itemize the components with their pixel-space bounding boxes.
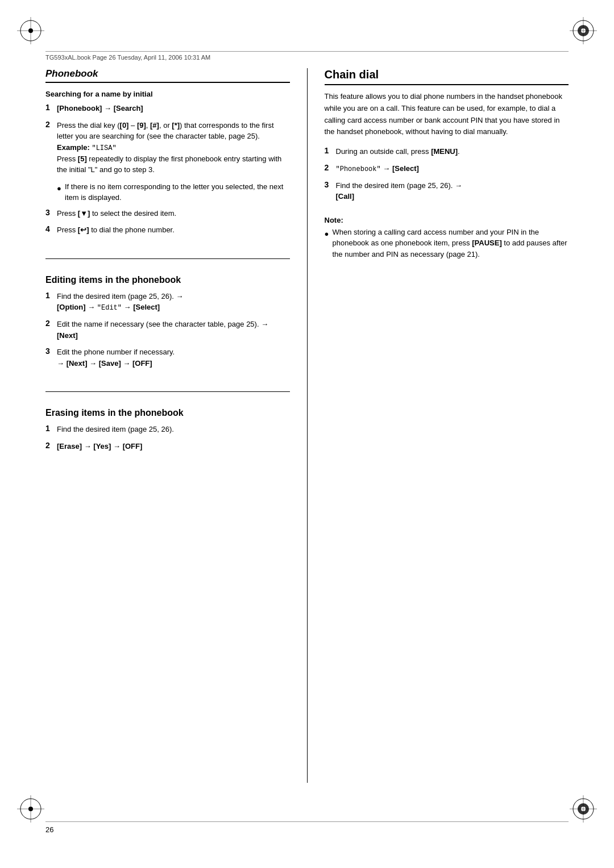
corner-mark-bl — [17, 795, 44, 823]
note-bullet-text: When storing a calling card access numbe… — [333, 227, 569, 260]
edit-step-3-content: Edit the phone number if necessary. → [N… — [57, 347, 290, 369]
step-2-content: Press the dial key ([0] – [9], [#], or [… — [57, 120, 290, 176]
step-num-1: 1 — [45, 103, 55, 112]
chain-intro: This feature allows you to dial phone nu… — [325, 91, 569, 138]
edit-step-3: 3 Edit the phone number if necessary. → … — [45, 347, 290, 369]
divider-1 — [45, 258, 290, 259]
search-step-4: 4 Press [↩] to dial the phone number. — [45, 224, 290, 236]
erase-step-1: 1 Find the desired item (page 25, 26). — [45, 424, 290, 435]
divider-2 — [45, 391, 290, 392]
step-1-content: [Phonebook] → [Search] — [57, 103, 290, 114]
note-label: Note: — [325, 216, 569, 224]
edit-step-1-content: Find the desired item (page 25, 26). → [… — [57, 291, 290, 314]
page: TG593xAL.book Page 26 Tuesday, April 11,… — [0, 0, 614, 868]
bullet-text: If there is no item corresponding to the… — [65, 181, 290, 203]
search-section: Searching for a name by initial 1 [Phone… — [45, 90, 290, 241]
search-step-3: 3 Press [▼] to select the desired item. — [45, 208, 290, 219]
corner-mark-br — [570, 795, 597, 823]
chain-dial-title: Chain dial — [325, 68, 569, 85]
note-bullet: ● When storing a calling card access num… — [325, 227, 569, 260]
note-bullet-icon: ● — [325, 228, 329, 240]
chain-step-num-2: 2 — [325, 163, 334, 172]
header-line: TG593xAL.book Page 26 Tuesday, April 11,… — [45, 51, 569, 61]
erase-step-1-content: Find the desired item (page 25, 26). — [57, 424, 290, 435]
step-num-2: 2 — [45, 120, 55, 129]
step-num-3: 3 — [45, 208, 55, 217]
search-bullet-block: ● If there is no item corresponding to t… — [57, 181, 290, 203]
edit-step-num-1: 1 — [45, 291, 55, 300]
corner-mark-tr — [570, 17, 597, 44]
corner-mark-tl — [17, 17, 44, 44]
content-area: Phonebook Searching for a name by initia… — [45, 68, 569, 783]
right-column: Chain dial This feature allows you to di… — [325, 68, 569, 783]
page-number: 26 — [45, 825, 53, 834]
chain-step-2: 2 "Phonebook" → [Select] — [325, 163, 569, 174]
search-step-1: 1 [Phonebook] → [Search] — [45, 103, 290, 114]
edit-step-2: 2 Edit the name if necessary (see the ch… — [45, 319, 290, 341]
chain-step-1-content: During an outside call, press [MENU]. — [336, 146, 569, 157]
edit-step-1: 1 Find the desired item (page 25, 26). →… — [45, 291, 290, 314]
erase-step-2-content: [Erase] → [Yes] → [OFF] — [57, 441, 290, 452]
chain-step-2-content: "Phonebook" → [Select] — [336, 163, 569, 174]
edit-step-2-content: Edit the name if necessary (see the char… — [57, 319, 290, 341]
erase-step-num-1: 1 — [45, 424, 55, 433]
erase-step-2: 2 [Erase] → [Yes] → [OFF] — [45, 441, 290, 452]
erase-heading: Erasing items in the phonebook — [45, 408, 290, 418]
bullet-icon: ● — [57, 183, 61, 194]
chain-step-3-content: Find the desired item (page 25, 26). → [… — [336, 180, 569, 202]
chain-step-num-3: 3 — [325, 180, 334, 189]
phonebook-title: Phonebook — [45, 68, 290, 83]
chain-step-1: 1 During an outside call, press [MENU]. — [325, 146, 569, 157]
chain-step-3: 3 Find the desired item (page 25, 26). →… — [325, 180, 569, 202]
step-3-content: Press [▼] to select the desired item. — [57, 208, 290, 219]
footer: 26 — [45, 821, 569, 834]
left-column: Phonebook Searching for a name by initia… — [45, 68, 290, 783]
step-num-4: 4 — [45, 224, 55, 233]
step-4-content: Press [↩] to dial the phone number. — [57, 224, 290, 236]
note-section: Note: ● When storing a calling card acce… — [325, 216, 569, 262]
header-text: TG593xAL.book Page 26 Tuesday, April 11,… — [45, 54, 210, 61]
column-divider — [307, 68, 308, 783]
erase-step-num-2: 2 — [45, 441, 55, 450]
search-heading: Searching for a name by initial — [45, 90, 290, 98]
edit-heading: Editing items in the phonebook — [45, 275, 290, 285]
search-bullet-1: ● If there is no item corresponding to t… — [57, 181, 290, 203]
edit-step-num-3: 3 — [45, 347, 55, 356]
edit-section: Editing items in the phonebook 1 Find th… — [45, 267, 290, 375]
chain-step-num-1: 1 — [325, 146, 334, 155]
edit-step-num-2: 2 — [45, 319, 55, 328]
search-step-2: 2 Press the dial key ([0] – [9], [#], or… — [45, 120, 290, 176]
erase-section: Erasing items in the phonebook 1 Find th… — [45, 400, 290, 457]
